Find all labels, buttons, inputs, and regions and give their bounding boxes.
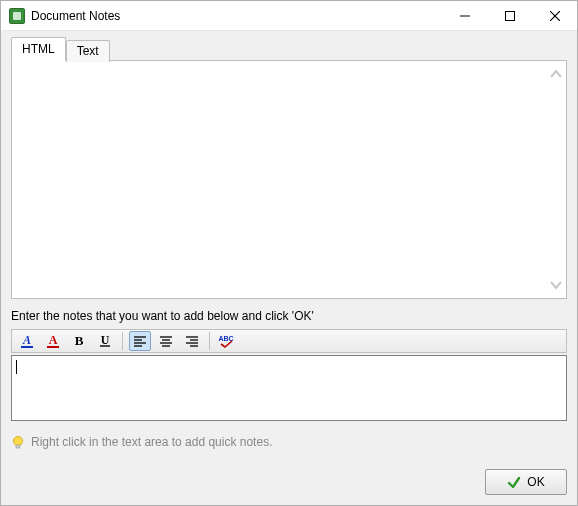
svg-rect-1 — [505, 11, 514, 20]
bold-icon: B — [71, 333, 87, 349]
bold-button[interactable]: B — [68, 331, 90, 351]
scroll-up-icon[interactable] — [549, 65, 563, 83]
tabs-row: HTML Text — [11, 39, 567, 61]
svg-text:U: U — [101, 333, 110, 347]
minimize-button[interactable] — [442, 1, 487, 30]
underline-a-icon: A — [19, 333, 35, 349]
check-icon — [507, 475, 521, 489]
close-icon — [550, 11, 560, 21]
align-center-icon — [158, 333, 174, 349]
maximize-icon — [505, 11, 515, 21]
notes-editor[interactable] — [11, 355, 567, 421]
spellcheck-icon: ABC — [217, 333, 237, 349]
text-caret — [16, 360, 17, 374]
tab-html[interactable]: HTML — [11, 37, 66, 61]
font-color-button[interactable]: A — [42, 331, 64, 351]
tab-html-label: HTML — [22, 42, 55, 56]
editor-pane: A A B U — [11, 329, 567, 421]
align-left-button[interactable] — [129, 331, 151, 351]
client-area: HTML Text Enter the notes that you want … — [1, 31, 577, 505]
hint-text: Right click in the text area to add quic… — [31, 435, 272, 449]
close-button[interactable] — [532, 1, 577, 30]
notes-view[interactable] — [11, 60, 567, 299]
app-icon — [9, 8, 25, 24]
svg-text:A: A — [22, 333, 31, 347]
prompt-label: Enter the notes that you want to add bel… — [11, 309, 567, 323]
toolbar-separator-1 — [122, 332, 123, 350]
svg-rect-25 — [16, 445, 20, 448]
window-controls — [442, 1, 577, 30]
underline-icon: U — [97, 333, 113, 349]
align-right-button[interactable] — [181, 331, 203, 351]
tab-text-label: Text — [77, 44, 99, 58]
window: Document Notes HTML Text — [0, 0, 578, 506]
underline-button[interactable]: U — [94, 331, 116, 351]
maximize-button[interactable] — [487, 1, 532, 30]
align-left-icon — [132, 333, 148, 349]
editor-toolbar: A A B U — [11, 329, 567, 353]
tab-text[interactable]: Text — [66, 40, 110, 62]
existing-notes-pane: HTML Text — [11, 39, 567, 299]
align-center-button[interactable] — [155, 331, 177, 351]
svg-text:A: A — [49, 333, 58, 347]
align-right-icon — [184, 333, 200, 349]
svg-text:B: B — [75, 333, 84, 348]
button-row: OK — [11, 459, 567, 495]
lightbulb-icon — [11, 435, 25, 449]
spellcheck-button[interactable]: ABC — [216, 331, 238, 351]
minimize-icon — [460, 11, 470, 21]
scroll-down-icon[interactable] — [549, 276, 563, 294]
titlebar[interactable]: Document Notes — [1, 1, 577, 31]
window-title: Document Notes — [31, 9, 120, 23]
font-color-icon: A — [45, 333, 61, 349]
ok-button[interactable]: OK — [485, 469, 567, 495]
ok-button-label: OK — [527, 475, 544, 489]
hint-row: Right click in the text area to add quic… — [11, 435, 567, 449]
underline-text-button[interactable]: A — [16, 331, 38, 351]
toolbar-separator-2 — [209, 332, 210, 350]
svg-point-24 — [14, 437, 23, 446]
